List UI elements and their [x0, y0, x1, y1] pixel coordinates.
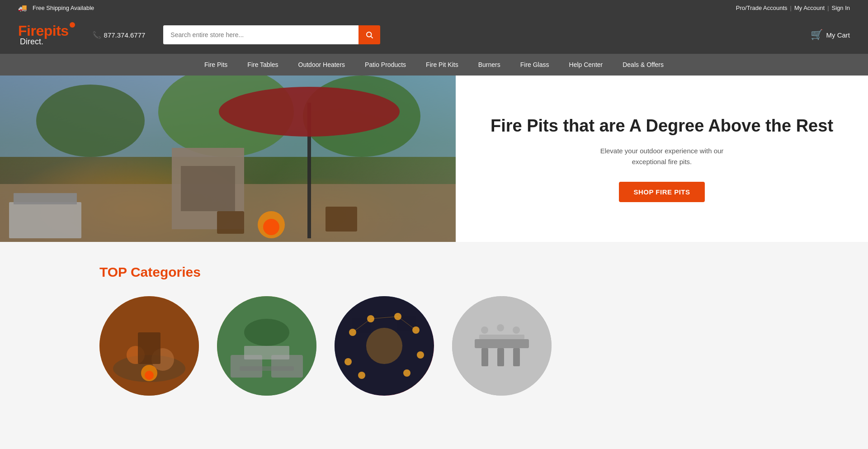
svg-rect-47 [497, 348, 504, 366]
svg-rect-14 [326, 207, 357, 232]
sep1: | [790, 5, 792, 11]
svg-point-38 [358, 372, 365, 379]
sep2: | [827, 5, 829, 11]
svg-point-36 [417, 351, 424, 359]
nav-fire-glass[interactable]: Fire Glass [510, 54, 559, 76]
truck-icon: 🚚 [18, 4, 27, 12]
svg-point-37 [403, 369, 410, 377]
categories-top: TOP [99, 265, 127, 279]
category-burners-kits[interactable] [452, 296, 552, 396]
main-nav: Fire Pits Fire Tables Outdoor Heaters Pa… [0, 54, 868, 76]
categories-rest: Categories [127, 265, 201, 279]
svg-rect-13 [217, 211, 244, 234]
svg-point-10 [219, 87, 400, 137]
svg-point-0 [367, 32, 372, 37]
svg-point-51 [513, 326, 520, 334]
nav-patio-products[interactable]: Patio Products [355, 54, 416, 76]
logo-dot [70, 22, 75, 28]
svg-point-3 [36, 85, 145, 157]
category-fire-pits-image [99, 296, 199, 396]
search-bar [163, 25, 380, 44]
svg-rect-15 [9, 202, 81, 238]
cat3-svg [335, 296, 434, 396]
svg-line-1 [371, 36, 373, 38]
hero-subtitle: Elevate your outdoor experience with our… [585, 146, 739, 167]
svg-point-39 [344, 358, 352, 365]
phone-text: 877.374.6777 [104, 31, 146, 39]
hero-scene-svg [0, 76, 456, 242]
logo[interactable]: Firepits Direct. [18, 23, 74, 47]
svg-point-23 [145, 371, 154, 380]
search-button[interactable] [359, 25, 380, 44]
svg-rect-44 [475, 339, 529, 348]
pro-trade-link[interactable]: Pro/Trade Accounts [736, 5, 788, 11]
top-bar-right: Pro/Trade Accounts | My Account | Sign I… [736, 5, 850, 11]
cart-label: My Cart [826, 31, 850, 39]
cat1-svg [99, 296, 199, 396]
shop-fire-pits-button[interactable]: SHOP FIRE PITS [619, 182, 704, 202]
categories-grid [99, 296, 769, 396]
nav-fire-pits[interactable]: Fire Pits [194, 54, 237, 76]
cart-icon: 🛒 [811, 29, 823, 41]
search-input[interactable] [163, 25, 359, 44]
category-burners-kits-image [452, 296, 552, 396]
hero-image [0, 76, 456, 242]
nav-outdoor-heaters[interactable]: Outdoor Heaters [288, 54, 355, 76]
svg-rect-46 [481, 348, 488, 366]
nav-deals-offers[interactable]: Deals & Offers [613, 54, 674, 76]
svg-point-50 [497, 324, 504, 331]
svg-point-12 [263, 219, 279, 235]
nav-fire-tables[interactable]: Fire Tables [237, 54, 288, 76]
cat4-svg [452, 296, 552, 396]
sign-in-link[interactable]: Sign In [832, 5, 850, 11]
svg-rect-21 [138, 332, 160, 364]
svg-rect-8 [181, 166, 235, 211]
categories-heading: TOP Categories [99, 265, 769, 280]
svg-rect-48 [513, 348, 520, 366]
svg-point-29 [244, 319, 289, 346]
hero-content: Fire Pits that are A Degree Above the Re… [456, 76, 868, 242]
hero-photo [0, 76, 456, 242]
category-patio-furniture[interactable] [217, 296, 316, 396]
nav-burners[interactable]: Burners [468, 54, 510, 76]
svg-point-49 [481, 326, 488, 334]
svg-rect-45 [479, 335, 524, 339]
logo-sub: Direct. [18, 37, 43, 47]
nav-help-center[interactable]: Help Center [559, 54, 613, 76]
categories-section: TOP Categories [0, 242, 868, 405]
svg-rect-27 [244, 346, 289, 359]
logo-text: Firepits [18, 23, 74, 39]
shipping-text: Free Shipping Available [33, 5, 94, 11]
my-account-link[interactable]: My Account [794, 5, 825, 11]
category-patio-furniture-image [217, 296, 316, 396]
cat2-svg [217, 296, 316, 396]
phone-icon: 📞 [92, 31, 101, 39]
logo-name-text: Firepits [18, 23, 69, 39]
svg-point-31 [366, 328, 402, 364]
top-bar: 🚚 Free Shipping Available Pro/Trade Acco… [0, 0, 868, 16]
svg-rect-28 [240, 366, 294, 371]
category-fire-pits[interactable] [99, 296, 199, 396]
category-outdoor-lighting-image [335, 296, 434, 396]
search-icon [365, 31, 373, 39]
phone-number[interactable]: 📞 877.374.6777 [92, 31, 146, 39]
category-outdoor-lighting[interactable] [335, 296, 434, 396]
nav-fire-pit-kits[interactable]: Fire Pit Kits [416, 54, 468, 76]
top-bar-left: 🚚 Free Shipping Available [18, 4, 94, 12]
hero-title: Fire Pits that are A Degree Above the Re… [491, 115, 833, 137]
svg-rect-16 [14, 193, 77, 204]
cart-button[interactable]: 🛒 My Cart [811, 29, 850, 41]
hero-section: Fire Pits that are A Degree Above the Re… [0, 76, 868, 242]
header: Firepits Direct. 📞 877.374.6777 🛒 My Car… [0, 16, 868, 54]
